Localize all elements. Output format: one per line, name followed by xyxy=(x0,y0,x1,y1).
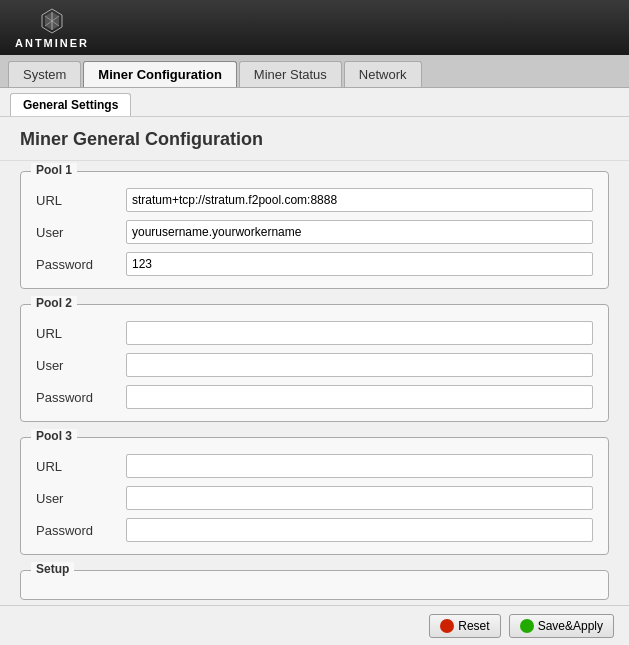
logo-text: ANTMINER xyxy=(15,37,89,49)
pool2-password-label: Password xyxy=(36,390,126,405)
pool2-url-row: URL xyxy=(36,321,593,345)
pool3-password-label: Password xyxy=(36,523,126,538)
footer-bar: Reset Save&Apply xyxy=(0,605,629,645)
main-content: Miner General Configuration Pool 1 URL U… xyxy=(0,117,629,642)
setup-legend: Setup xyxy=(31,562,74,576)
reset-icon xyxy=(440,619,454,633)
pool2-user-row: User xyxy=(36,353,593,377)
pool3-section: Pool 3 URL User Password xyxy=(20,437,609,555)
pool3-legend: Pool 3 xyxy=(31,429,77,443)
pool3-user-row: User xyxy=(36,486,593,510)
reset-button[interactable]: Reset xyxy=(429,614,500,638)
tab-miner-configuration[interactable]: Miner Configuration xyxy=(83,61,237,87)
pool2-user-input[interactable] xyxy=(126,353,593,377)
pool1-password-row: Password xyxy=(36,252,593,276)
pool3-password-input[interactable] xyxy=(126,518,593,542)
sub-tab-general-settings[interactable]: General Settings xyxy=(10,93,131,116)
save-icon xyxy=(520,619,534,633)
pool1-password-label: Password xyxy=(36,257,126,272)
pool1-section: Pool 1 URL User Password xyxy=(20,171,609,289)
form-area: Pool 1 URL User Password Pool 2 UR xyxy=(0,161,629,636)
reset-label: Reset xyxy=(458,619,489,633)
page-title: Miner General Configuration xyxy=(0,117,629,161)
pool3-url-input[interactable] xyxy=(126,454,593,478)
pool1-url-label: URL xyxy=(36,193,126,208)
pool1-user-row: User xyxy=(36,220,593,244)
save-apply-button[interactable]: Save&Apply xyxy=(509,614,614,638)
pool2-legend: Pool 2 xyxy=(31,296,77,310)
pool3-user-input[interactable] xyxy=(126,486,593,510)
pool1-password-input[interactable] xyxy=(126,252,593,276)
sub-tabs: General Settings xyxy=(0,88,629,117)
pool2-user-label: User xyxy=(36,358,126,373)
pool1-user-input[interactable] xyxy=(126,220,593,244)
pool3-url-row: URL xyxy=(36,454,593,478)
pool3-password-row: Password xyxy=(36,518,593,542)
antminer-logo-icon xyxy=(38,7,66,35)
header: ANTMINER xyxy=(0,0,629,55)
pool2-password-row: Password xyxy=(36,385,593,409)
nav-tabs: System Miner Configuration Miner Status … xyxy=(0,55,629,88)
pool3-url-label: URL xyxy=(36,459,126,474)
pool2-section: Pool 2 URL User Password xyxy=(20,304,609,422)
setup-section: Setup xyxy=(20,570,609,600)
tab-miner-status[interactable]: Miner Status xyxy=(239,61,342,87)
pool2-password-input[interactable] xyxy=(126,385,593,409)
logo-area: ANTMINER xyxy=(15,7,89,49)
pool1-user-label: User xyxy=(36,225,126,240)
save-label: Save&Apply xyxy=(538,619,603,633)
pool1-legend: Pool 1 xyxy=(31,163,77,177)
tab-system[interactable]: System xyxy=(8,61,81,87)
pool2-url-label: URL xyxy=(36,326,126,341)
pool1-url-input[interactable] xyxy=(126,188,593,212)
pool1-url-row: URL xyxy=(36,188,593,212)
app-wrapper: ANTMINER System Miner Configuration Mine… xyxy=(0,0,629,645)
pool2-url-input[interactable] xyxy=(126,321,593,345)
tab-network[interactable]: Network xyxy=(344,61,422,87)
pool3-user-label: User xyxy=(36,491,126,506)
